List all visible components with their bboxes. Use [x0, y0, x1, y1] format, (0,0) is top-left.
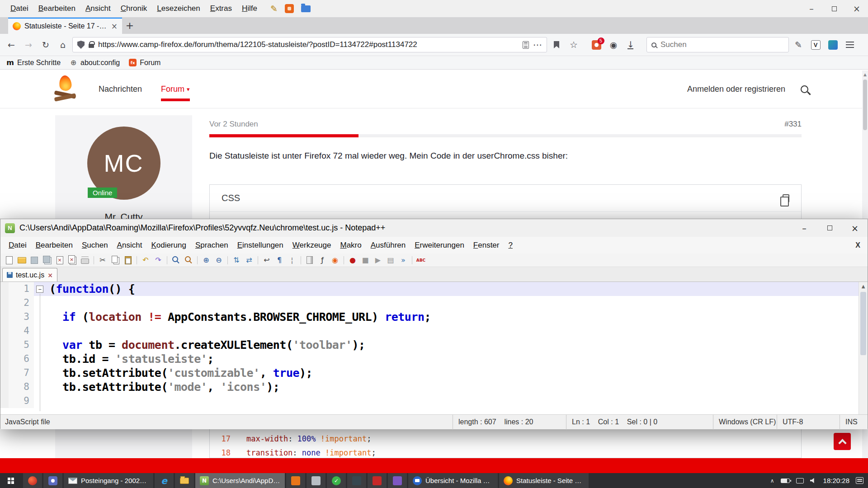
clock[interactable]: 18:20:28	[823, 477, 849, 484]
play-macro-icon[interactable]: ▶	[372, 255, 384, 266]
close-file-icon[interactable]	[54, 255, 66, 266]
sync-horizontal-icon[interactable]: ⇄	[243, 255, 255, 266]
menu-item-suchen[interactable]: Suchen	[77, 241, 113, 250]
zoom-in-icon[interactable]: ⊕	[200, 255, 212, 266]
post-number[interactable]: #331	[784, 120, 802, 130]
menu-item-bearbeiten[interactable]: Bearbeiten	[31, 241, 77, 250]
editor-line-4[interactable]: 4	[0, 324, 868, 338]
tray-expand-icon[interactable]: ∧	[770, 478, 774, 484]
notepadpp-titlebar[interactable]: N C:\Users\Andi\AppData\Roaming\Mozilla\…	[0, 219, 868, 237]
signin-link[interactable]: Anmelden oder registrieren	[687, 84, 785, 94]
back-button[interactable]: ←	[4, 37, 19, 52]
menu-item-ausfhren[interactable]: Ausführen	[366, 241, 410, 250]
indent-guide-icon[interactable]: ¦	[286, 255, 298, 266]
site-search-icon[interactable]	[801, 85, 808, 93]
menu-item-einstellungen[interactable]: Einstellungen	[233, 241, 288, 250]
save-macro-icon[interactable]: ▤	[385, 255, 396, 266]
search-input[interactable]	[660, 40, 784, 49]
battery-icon[interactable]	[781, 479, 790, 483]
word-wrap-icon[interactable]: ↩	[261, 255, 273, 266]
fold-collapse-icon[interactable]: −	[36, 286, 43, 293]
document-tab[interactable]: test.uc.js ×	[2, 268, 57, 282]
display-icon[interactable]	[796, 478, 804, 483]
run-macro-multiple-icon[interactable]: »	[397, 255, 409, 266]
container-extension-icon[interactable]	[825, 37, 840, 52]
menu-item-?[interactable]: ?	[504, 241, 517, 250]
taskbar-button-notepadpp[interactable]: NC:\Users\Andi\AppDa...	[195, 473, 285, 488]
speaker-icon[interactable]	[810, 478, 817, 483]
editor-line-7[interactable]: 7 tb.setAttribute('customizable', true);	[0, 366, 868, 380]
v-extension-icon[interactable]: V	[808, 37, 823, 52]
doc-map-icon[interactable]	[304, 255, 316, 266]
start-button[interactable]	[0, 473, 22, 488]
url-bar[interactable]: ⋯	[72, 37, 547, 52]
replace-icon[interactable]	[183, 255, 194, 266]
taskbar-button-app-green-check[interactable]: ✓	[327, 473, 346, 488]
taskbar-button-app-orange[interactable]	[286, 473, 305, 488]
editor-line-9[interactable]: 9	[0, 394, 868, 408]
editor-scrollbar-thumb[interactable]	[860, 292, 866, 355]
editor-line-6[interactable]: 6 tb.id = 'statusleiste';	[0, 352, 868, 366]
redo-icon[interactable]: ↷	[152, 255, 164, 266]
bookmark-erste-schritte[interactable]: mErste Schritte	[6, 59, 61, 67]
print-icon[interactable]	[79, 255, 91, 266]
npp-doc-close-button[interactable]: X	[855, 241, 868, 249]
open-folder-icon[interactable]	[16, 255, 28, 266]
downloads-button[interactable]: ↓	[623, 37, 638, 52]
restore-button[interactable]	[823, 0, 845, 17]
bookmark-forum[interactable]: fxForum	[129, 59, 160, 67]
menu-item-hilfe[interactable]: Hilfe	[237, 4, 262, 13]
taskbar-button-edge[interactable]: e	[155, 473, 174, 488]
scrollbar-up-icon[interactable]: ▲	[862, 70, 868, 77]
taskbar-button-app-red[interactable]	[368, 473, 387, 488]
paste-icon[interactable]	[122, 255, 134, 266]
lock-icon[interactable]	[89, 44, 94, 48]
url-input[interactable]	[98, 40, 519, 49]
action-center-icon[interactable]	[856, 477, 863, 484]
editor-line-3[interactable]: 3 if (location != AppConstants.BROWSER_C…	[0, 310, 868, 324]
hamburger-menu-button[interactable]	[842, 37, 858, 52]
editor-scrollbar-up-icon[interactable]: ▲	[859, 282, 868, 289]
menu-item-datei[interactable]: Datei	[4, 241, 31, 250]
editor-line-2[interactable]: 2	[0, 296, 868, 310]
show-all-chars-icon[interactable]: ¶	[274, 255, 285, 266]
taskbar-button-app-gray[interactable]	[307, 473, 326, 488]
zoom-out-icon[interactable]: ⊖	[213, 255, 225, 266]
new-tab-button[interactable]: +	[122, 20, 137, 31]
nav-item-forum[interactable]: Forum ▾	[161, 84, 190, 94]
editor-line-8[interactable]: 8 tb.setAttribute('mode', 'icons');	[0, 380, 868, 394]
editor-line-1[interactable]: 1−(function() {	[0, 282, 868, 296]
bookmark-star-icon[interactable]: ☆	[566, 37, 581, 52]
bookmark-about-config[interactable]: ⊕about:config	[70, 59, 120, 67]
taskbar-button-firefox[interactable]: Statusleiste - Seite 17 ...	[499, 473, 589, 488]
minimize-button[interactable]: –	[800, 0, 823, 17]
scrollbar-thumb[interactable]	[863, 80, 867, 130]
taskbar-button-explorer[interactable]	[175, 473, 194, 488]
orange-app-icon[interactable]	[285, 4, 294, 13]
undo-icon[interactable]: ↶	[140, 255, 151, 266]
adblock-extension-icon[interactable]: 5	[589, 37, 604, 52]
record-macro-icon[interactable]: ●	[347, 255, 359, 266]
browser-tab[interactable]: Statusleiste - Seite 17 - Ind... ×	[8, 18, 122, 34]
bookmark-ribbon-icon[interactable]	[549, 37, 564, 52]
search-bar[interactable]	[646, 37, 789, 52]
menu-item-lesezeichen[interactable]: Lesezeichen	[152, 4, 205, 13]
menu-item-ansicht[interactable]: Ansicht	[80, 4, 116, 13]
code-editor[interactable]: 1−(function() {23 if (location != AppCon…	[0, 282, 868, 414]
tab-close-icon[interactable]: ×	[111, 22, 118, 31]
menu-item-extras[interactable]: Extras	[205, 4, 237, 13]
nav-item-nachrichten[interactable]: Nachrichten	[99, 84, 142, 94]
home-button[interactable]: ⌂	[55, 37, 71, 52]
cut-icon[interactable]: ✂	[97, 255, 108, 266]
npp-maximize-button[interactable]	[817, 219, 842, 237]
menu-item-kodierung[interactable]: Kodierung	[146, 241, 191, 250]
menu-item-datei[interactable]: Datei	[5, 4, 33, 13]
forward-button[interactable]: →	[21, 37, 36, 52]
menu-item-werkzeuge[interactable]: Werkzeuge	[288, 241, 336, 250]
reload-button[interactable]: ↻	[38, 37, 53, 52]
reader-mode-icon[interactable]	[523, 41, 529, 49]
edit-extension-icon[interactable]: ✎	[791, 37, 806, 52]
taskbar-button-pinned-2[interactable]	[43, 473, 62, 488]
menu-item-makro[interactable]: Makro	[335, 241, 366, 250]
menu-item-erweiterungen[interactable]: Erweiterungen	[410, 241, 469, 250]
